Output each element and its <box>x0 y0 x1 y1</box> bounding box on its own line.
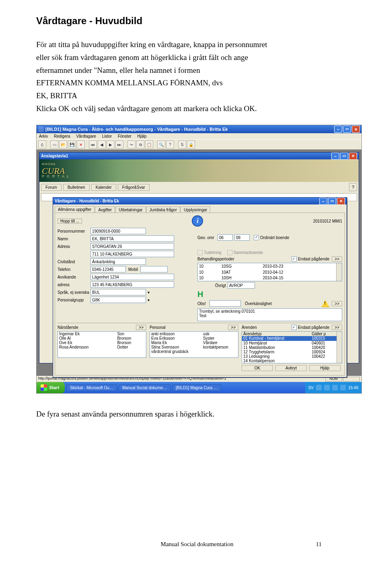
namn-field[interactable]: EK, BRITTA <box>90 235 174 242</box>
arenden-endast-checkbox[interactable] <box>292 325 297 330</box>
ovrigt-field[interactable]: AVROP <box>228 282 255 289</box>
toolbar-first-icon[interactable]: ⏮ <box>89 140 97 149</box>
scrollbar[interactable] <box>336 263 342 281</box>
adress-field[interactable]: STORGATAN 26 <box>90 243 174 250</box>
arenden-list[interactable]: ÄrendetypGäller p 01 Kundval - hemtjänst… <box>242 331 342 363</box>
geo1-field[interactable]: 06 <box>218 234 233 241</box>
tray-lang[interactable]: SV <box>308 386 314 390</box>
arenden-expand-button[interactable]: >> <box>332 325 342 330</box>
menu-hjalp[interactable]: Hjälp <box>138 134 147 138</box>
menu-listor[interactable]: Listor <box>102 134 112 138</box>
portal-help-icon[interactable]: ? <box>349 183 357 191</box>
overk-expand-button[interactable]: >> <box>332 301 342 306</box>
personnummer-field[interactable]: 19090918-0000 <box>90 228 146 234</box>
embedded-screenshot: [BILD1] Magna Cura - Äldre- och handikap… <box>36 125 362 394</box>
table-row: Ove EkBrorson <box>58 340 146 345</box>
vwin-maximize-button[interactable] <box>328 198 336 205</box>
scrollbar[interactable] <box>337 332 342 363</box>
toolbar-lock-icon[interactable]: 🔒 <box>187 140 195 149</box>
telefon-label: Telefon <box>57 267 90 272</box>
toolbar-save-icon[interactable]: 💾 <box>68 140 76 149</box>
pgrupp-dropdown-icon[interactable]: ▾ <box>146 298 151 302</box>
toolbar-next-icon[interactable]: ▶ <box>107 140 115 149</box>
civil-field[interactable]: Änka/änkling <box>90 258 146 265</box>
tray-icon[interactable] <box>340 385 346 390</box>
toolbar-prev-icon[interactable]: ◀ <box>98 140 106 149</box>
portal-tab-kalender[interactable]: Kalender <box>91 184 116 191</box>
close-button[interactable] <box>352 126 360 133</box>
portal-tab-forum[interactable]: Forum <box>41 184 62 191</box>
post-screenshot-paragraph: De fyra senast använda personnumren spar… <box>36 409 358 419</box>
tray-icon[interactable] <box>316 385 322 390</box>
post-field[interactable]: 711 10 FALKENBERG <box>90 251 174 257</box>
overk-list[interactable]: Trombyl, se anteckning 070101 Test <box>197 308 342 321</box>
toolbar-s-icon[interactable]: S <box>178 140 186 149</box>
obs-field[interactable] <box>209 300 241 307</box>
toolbar-delete-icon[interactable]: ✕ <box>77 140 85 149</box>
toolbar-open-icon[interactable]: 📂 <box>59 140 67 149</box>
geo2-field[interactable]: 08 <box>234 234 250 241</box>
vwin-minimize-button[interactable] <box>319 198 327 205</box>
behper-expand-button[interactable]: >> <box>332 256 342 262</box>
intro-line-6: Klicka OK och välj sedan vårdtagare geno… <box>36 103 358 114</box>
tab-allmanna[interactable]: Allmänna uppgifter <box>55 206 94 213</box>
toolbar-last-icon[interactable]: ⏭ <box>115 140 123 149</box>
minimize-button[interactable] <box>334 126 342 133</box>
toolbar-cut-icon[interactable]: ✂ <box>127 140 136 149</box>
telefon-field[interactable]: 0346-12345 <box>90 266 126 272</box>
behper-endast-checkbox[interactable] <box>292 256 297 262</box>
menu-redigera[interactable]: Redigera <box>54 134 70 138</box>
personal-label: Personal <box>150 325 165 330</box>
table-row: 11 Matdistribution100420 <box>242 345 337 350</box>
avbryt-button[interactable]: Avbryt <box>275 365 307 371</box>
tray-clock: 15:49 <box>348 386 358 390</box>
tab-upplysningar[interactable]: Upplysningar <box>181 206 210 213</box>
menu-arkiv[interactable]: Arkiv <box>39 134 48 138</box>
menu-fonster[interactable]: Fönster <box>118 134 131 138</box>
ok-button[interactable]: OK <box>242 365 273 371</box>
narst-list[interactable]: Ingemar EkSon Olle AlBrorson Ove EkBrors… <box>57 331 146 358</box>
hjalp-button[interactable]: Hjälp <box>309 365 341 371</box>
sprak-dropdown-icon[interactable]: ▾ <box>146 290 151 295</box>
mdi-area: Anslagstavla1 MAGNA CURA P O R T A L <box>37 150 361 376</box>
hopp-button[interactable]: Hopp till ... <box>57 219 82 224</box>
pgrupp-field[interactable]: G8K <box>90 297 146 303</box>
portal-tab-bulletinen[interactable]: Bulletinen <box>63 184 90 191</box>
taskbar-item[interactable]: [BILD1] Magna Cura … <box>172 384 221 391</box>
toolbar-copy-icon[interactable]: ⧉ <box>136 140 144 149</box>
anslag-maximize-button[interactable] <box>340 153 348 160</box>
tray-icon[interactable] <box>324 385 330 390</box>
tab-juridiska[interactable]: Juridiska frågor <box>146 206 180 213</box>
maximize-button[interactable] <box>343 126 351 133</box>
arendetyp-header: Ärendetyp <box>242 332 310 336</box>
vwin-titlebar: Vårdtagare - Huvudbild - Britta Ek <box>53 198 347 204</box>
menu-vardtagare[interactable]: Vårdtagare <box>76 134 96 138</box>
avvik-field[interactable]: Lägenhet 1234 <box>90 274 174 280</box>
anslag-close-button[interactable] <box>349 153 357 160</box>
toolbar-print-icon[interactable]: ⎙ <box>38 140 46 149</box>
tab-avgifter[interactable]: Avgifter <box>95 206 115 213</box>
toolbar-paste-icon[interactable]: 📋 <box>145 140 153 149</box>
personal-list[interactable]: anki erikssonusk Eva ErikssonSyster Mari… <box>150 331 238 358</box>
personal-expand-button[interactable]: >> <box>228 325 238 330</box>
toolbar-new-icon[interactable]: ▭ <box>50 140 58 149</box>
tab-utbetalningar[interactable]: Utbetalningar <box>115 206 146 213</box>
anslag-minimize-button[interactable] <box>331 153 339 160</box>
taskbar-item[interactable]: Manual Social dokume… <box>119 384 170 391</box>
toolbar-search-icon[interactable]: 🔍 <box>157 140 165 149</box>
mobil-field[interactable] <box>140 266 168 272</box>
adress2-field[interactable]: 123 45 FALKENBERG <box>90 281 174 288</box>
behper-list[interactable]: 1010SG2010-03-23 1010AT2010-04-12 1010SH… <box>197 263 342 281</box>
toolbar-help-icon[interactable]: ? <box>166 140 174 149</box>
sprak-field[interactable]: BUL <box>90 289 146 295</box>
vwin-close-button[interactable] <box>337 198 345 205</box>
table-row: 14 Kontaktperson <box>242 359 337 363</box>
taskbar-item[interactable]: Skickat - Microsoft Ou… <box>66 384 117 391</box>
portal-tab-fragorsvar[interactable]: Frågor&Svar <box>118 184 150 191</box>
behper-label: Behandlingsperioder <box>197 257 234 261</box>
ordbo-checkbox[interactable] <box>254 235 259 240</box>
info-icon[interactable]: i <box>192 215 203 227</box>
start-button[interactable]: Start <box>37 382 65 393</box>
narst-expand-button[interactable]: >> <box>136 325 146 330</box>
tray-icon[interactable] <box>332 385 338 390</box>
